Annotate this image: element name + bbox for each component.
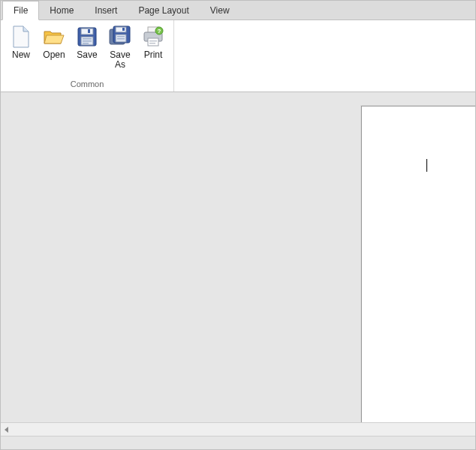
svg-rect-1 <box>81 28 93 34</box>
svg-rect-11 <box>117 36 125 37</box>
save-button[interactable]: Save <box>73 23 101 71</box>
horizontal-scrollbar[interactable] <box>1 422 475 436</box>
svg-rect-17 <box>149 40 157 41</box>
save-floppy-icon <box>75 25 99 49</box>
tab-view[interactable]: View <box>200 2 240 20</box>
svg-rect-13 <box>122 28 125 31</box>
scroll-left-arrow-icon[interactable] <box>1 424 13 436</box>
save-as-label: Save As <box>110 50 130 70</box>
open-folder-icon <box>42 25 66 49</box>
svg-rect-4 <box>83 40 92 42</box>
svg-rect-12 <box>117 38 125 39</box>
svg-rect-18 <box>149 43 155 44</box>
svg-text:?: ? <box>158 28 161 34</box>
scroll-track[interactable] <box>13 424 475 436</box>
print-label: Print <box>144 50 163 60</box>
ribbon-buttons: New Open <box>7 23 167 71</box>
document-workspace[interactable] <box>1 92 475 422</box>
status-bar <box>1 436 475 449</box>
document-page[interactable] <box>361 106 475 422</box>
svg-rect-3 <box>83 38 92 40</box>
tab-file[interactable]: File <box>2 1 39 20</box>
text-caret <box>426 159 427 172</box>
open-label: Open <box>43 50 65 60</box>
ribbon-group-common: New Open <box>1 20 174 92</box>
save-as-button[interactable]: Save As <box>106 23 134 71</box>
svg-rect-16 <box>148 38 158 46</box>
printer-icon: ? <box>141 25 165 49</box>
print-button[interactable]: ? Print <box>139 23 167 71</box>
tab-page-layout[interactable]: Page Layout <box>128 2 199 20</box>
ribbon-tabstrip: File Home Insert Page Layout View <box>1 1 475 20</box>
svg-rect-6 <box>88 29 90 33</box>
new-label: New <box>12 50 30 60</box>
svg-rect-5 <box>83 43 89 44</box>
save-label: Save <box>77 50 97 60</box>
ribbon-panel: New Open <box>1 20 475 92</box>
save-as-floppy-icon <box>108 25 132 49</box>
open-button[interactable]: Open <box>40 23 68 71</box>
tab-insert[interactable]: Insert <box>84 2 128 20</box>
ribbon-group-title: Common <box>7 80 167 90</box>
new-document-icon <box>9 25 33 49</box>
new-button[interactable]: New <box>7 23 35 71</box>
tab-home[interactable]: Home <box>39 2 84 20</box>
